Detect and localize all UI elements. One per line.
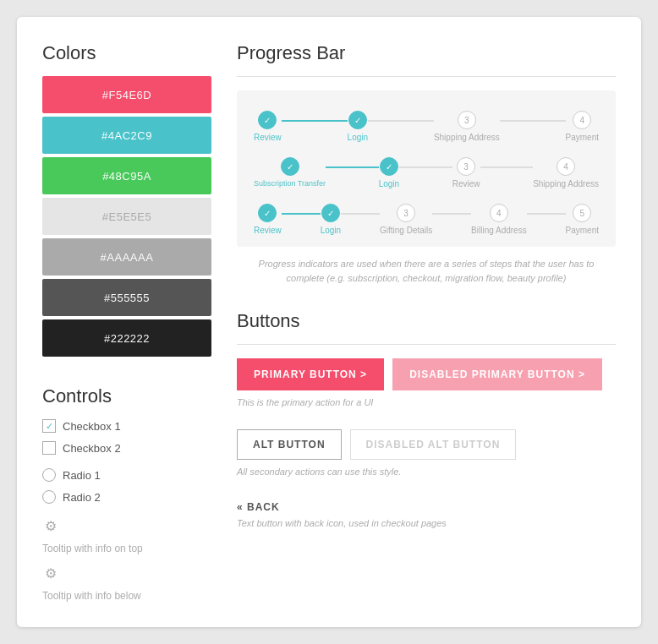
- controls-title: Controls: [42, 385, 211, 407]
- right-panel: Progress Bar ✓ Review ✓ Login: [237, 42, 616, 602]
- step-label: Shipping Address: [434, 133, 500, 142]
- buttons-title: Buttons: [237, 310, 616, 332]
- radio-1[interactable]: [42, 468, 56, 482]
- step-circle: 3: [457, 157, 475, 176]
- step-circle: ✓: [281, 157, 299, 176]
- colors-section: Colors #F54E6D#4AC2C9#48C95A#E5E5E5#AAAA…: [42, 42, 211, 360]
- step-label: Gifting Details: [380, 226, 432, 235]
- alt-btn-row: ALT BUTTON DISABLED ALT BUTTON: [237, 429, 616, 460]
- step-circle: 4: [573, 111, 591, 129]
- radio-2-label: Radio 2: [63, 491, 101, 504]
- step-3-1: ✓ Review: [254, 204, 282, 235]
- radio-1-row: Radio 1: [42, 468, 211, 482]
- alt-btn-note: All secondary actions can use this style…: [237, 467, 616, 477]
- radio-2-row: Radio 2: [42, 490, 211, 504]
- radio-2[interactable]: [42, 490, 56, 504]
- connector: [527, 213, 566, 215]
- color-swatch-0: #F54E6D: [42, 76, 211, 113]
- step-2-4: 4 Shipping Address: [533, 157, 599, 188]
- step-circle: ✓: [380, 157, 398, 176]
- color-swatch-6: #222222: [42, 319, 211, 357]
- step-2-2: ✓ Login: [379, 157, 399, 188]
- connector: [368, 120, 434, 122]
- connector: [399, 166, 452, 168]
- progress-title: Progress Bar: [237, 42, 616, 64]
- step-circle: ✓: [321, 204, 340, 222]
- progress-row-3: ✓ Review ✓ Login 3 Gifting Details: [254, 204, 599, 235]
- progress-note: Progress indicators are used when there …: [237, 257, 616, 285]
- step-1-4: 4 Payment: [566, 111, 599, 142]
- step-3-3: 3 Gifting Details: [380, 204, 432, 235]
- step-label: Billing Address: [471, 226, 527, 235]
- step-3-5: 5 Payment: [566, 204, 599, 235]
- connector: [326, 166, 379, 168]
- primary-btn-note: This is the primary action for a UI: [237, 397, 616, 407]
- back-button[interactable]: « BACK: [237, 501, 280, 513]
- tooltip-1-row: ⚙: [42, 517, 211, 534]
- tooltip-2-row: ⚙: [42, 565, 211, 581]
- gear-icon-2[interactable]: ⚙: [42, 565, 59, 581]
- step-label: Payment: [566, 133, 599, 142]
- step-2-1: ✓ Subscription Transfer: [254, 157, 326, 188]
- step-3-2: ✓ Login: [321, 204, 341, 235]
- progress-row-2: ✓ Subscription Transfer ✓ Login 3 Review: [254, 157, 599, 188]
- primary-button[interactable]: PRIMARY BUTTON >: [237, 358, 384, 390]
- controls-section: Controls ✓ Checkbox 1 Checkbox 2 Radio 1…: [42, 385, 211, 602]
- main-card: Colors #F54E6D#4AC2C9#48C95A#E5E5E5#AAAA…: [17, 17, 641, 627]
- primary-disabled-button: DISABLED PRIMARY BUTTON >: [392, 358, 602, 390]
- connector: [282, 213, 321, 215]
- left-panel: Colors #F54E6D#4AC2C9#48C95A#E5E5E5#AAAA…: [42, 42, 211, 602]
- color-swatch-3: #E5E5E5: [42, 198, 211, 235]
- step-label: Shipping Address: [533, 179, 599, 188]
- checkbox-2-row: Checkbox 2: [42, 441, 211, 455]
- buttons-divider: [237, 344, 616, 345]
- step-circle: 5: [573, 204, 591, 222]
- step-circle: 3: [397, 204, 415, 222]
- alt-button[interactable]: ALT BUTTON: [237, 429, 342, 460]
- step-label: Login: [321, 226, 341, 235]
- step-circle: ✓: [258, 204, 277, 222]
- step-circle: 3: [458, 111, 476, 129]
- progress-row-1: ✓ Review ✓ Login 3 Shipping Address: [254, 111, 599, 142]
- color-swatch-2: #48C95A: [42, 157, 211, 194]
- main-grid: Colors #F54E6D#4AC2C9#48C95A#E5E5E5#AAAA…: [42, 42, 616, 602]
- step-label: Subscription Transfer: [254, 179, 326, 188]
- progress-demo-box: ✓ Review ✓ Login 3 Shipping Address: [237, 90, 616, 247]
- connector: [432, 213, 471, 215]
- step-1-3: 3 Shipping Address: [434, 111, 500, 142]
- step-label: Payment: [566, 226, 599, 235]
- step-circle: 4: [557, 157, 575, 176]
- tooltip-2-label: Tooltip with info below: [42, 590, 211, 602]
- step-1-2: ✓ Login: [348, 111, 368, 142]
- radio-1-label: Radio 1: [63, 469, 101, 482]
- color-swatches: #F54E6D#4AC2C9#48C95A#E5E5E5#AAAAAA#5555…: [42, 76, 211, 357]
- primary-btn-row: PRIMARY BUTTON > DISABLED PRIMARY BUTTON…: [237, 358, 616, 390]
- step-label: Login: [348, 133, 368, 142]
- color-swatch-1: #4AC2C9: [42, 117, 211, 154]
- step-2-3: 3 Review: [452, 157, 480, 188]
- connector: [341, 213, 380, 215]
- step-label: Login: [379, 179, 399, 188]
- back-btn-note: Text button with back icon, used in chec…: [237, 518, 616, 528]
- alt-disabled-button: DISABLED ALT BUTTON: [350, 429, 517, 460]
- color-swatch-5: #555555: [42, 279, 211, 316]
- progress-divider: [237, 76, 616, 77]
- checkbox-1[interactable]: ✓: [42, 419, 56, 433]
- step-3-4: 4 Billing Address: [471, 204, 527, 235]
- step-label: Review: [254, 133, 282, 142]
- step-1-1: ✓ Review: [254, 111, 282, 142]
- buttons-section: Buttons PRIMARY BUTTON > DISABLED PRIMAR…: [237, 310, 616, 542]
- checkbox-2-label: Checkbox 2: [63, 442, 121, 455]
- step-label: Review: [452, 179, 480, 188]
- step-label: Review: [254, 226, 282, 235]
- checkbox-1-row: ✓ Checkbox 1: [42, 419, 211, 433]
- step-circle: ✓: [348, 111, 367, 129]
- progress-section: Progress Bar ✓ Review ✓ Login: [237, 42, 616, 285]
- step-circle: 4: [490, 204, 508, 222]
- checkbox-1-label: Checkbox 1: [63, 420, 121, 433]
- connector: [282, 120, 348, 122]
- checkbox-2[interactable]: [42, 441, 56, 455]
- connector: [480, 166, 534, 168]
- gear-icon-1[interactable]: ⚙: [42, 517, 59, 534]
- colors-title: Colors: [42, 42, 211, 64]
